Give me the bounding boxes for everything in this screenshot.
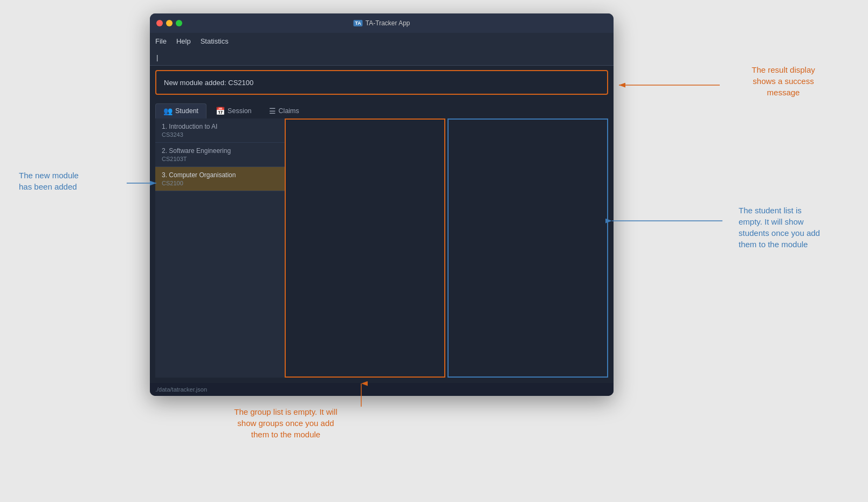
app-icon: TA (353, 20, 362, 26)
command-input[interactable] (156, 53, 607, 61)
module-number-1: 1. Introduction to AI (162, 123, 278, 130)
window-title: TA-Tracker App (366, 19, 410, 27)
title-bar: TA TA-Tracker App (150, 13, 614, 33)
annotation-student-list: The student list is empty. It will show … (739, 205, 846, 250)
module-code-3: CS2100 (162, 180, 278, 186)
menu-help[interactable]: Help (176, 37, 191, 45)
command-area (150, 49, 614, 66)
status-bar: ./data/tatracker.json (150, 383, 614, 396)
status-text: ./data/tatracker.json (155, 386, 207, 393)
main-content: 1. Introduction to AI CS3243 2. Software… (150, 118, 614, 383)
close-button[interactable] (156, 20, 163, 26)
menu-statistics[interactable]: Statistics (201, 37, 229, 45)
result-text: New module added: CS2100 (164, 79, 253, 87)
module-code-1: CS3243 (162, 131, 278, 138)
student-panel (447, 118, 608, 378)
annotation-new-module: The new module has been added (19, 170, 105, 192)
page-wrapper: TA TA-Tracker App File Help Statistics N… (0, 0, 868, 502)
module-item-3[interactable]: 3. Computer Organisation CS2100 (155, 167, 285, 191)
tab-claims-label: Claims (279, 107, 299, 115)
tab-bar: 👥 Student 📅 Session ☰ Claims (150, 99, 614, 118)
module-number-3: 3. Computer Organisation (162, 171, 278, 179)
annotation-group-list: The group list is empty. It will show gr… (210, 406, 361, 440)
window-title-area: TA TA-Tracker App (353, 19, 410, 27)
tab-student[interactable]: 👥 Student (155, 103, 206, 118)
minimize-button[interactable] (166, 20, 173, 26)
maximize-button[interactable] (176, 20, 182, 26)
app-window: TA TA-Tracker App File Help Statistics N… (150, 13, 614, 396)
session-icon: 📅 (216, 107, 225, 115)
menu-bar: File Help Statistics (150, 33, 614, 49)
tab-claims[interactable]: ☰ Claims (261, 103, 307, 118)
student-icon: 👥 (163, 107, 173, 115)
group-panel (285, 118, 445, 378)
claims-icon: ☰ (269, 107, 276, 115)
module-item-1[interactable]: 1. Introduction to AI CS3243 (155, 118, 285, 143)
tab-session-label: Session (228, 107, 251, 115)
menu-file[interactable]: File (155, 37, 167, 45)
traffic-lights (156, 20, 182, 26)
module-item-2[interactable]: 2. Software Engineering CS2103T (155, 143, 285, 167)
module-code-2: CS2103T (162, 156, 278, 162)
module-number-2: 2. Software Engineering (162, 147, 278, 155)
tab-session[interactable]: 📅 Session (208, 103, 259, 118)
result-display: New module added: CS2100 (155, 70, 608, 95)
module-list: 1. Introduction to AI CS3243 2. Software… (155, 118, 285, 378)
tab-student-label: Student (175, 107, 198, 115)
annotation-result: The result display shows a success messa… (732, 64, 835, 98)
